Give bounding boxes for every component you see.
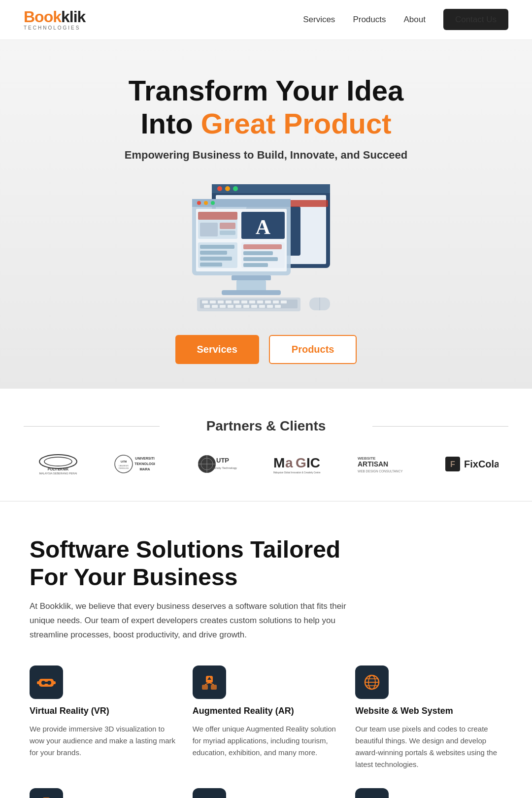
svg-rect-62 (267, 305, 273, 308)
nav-link-products[interactable]: Products (353, 15, 386, 24)
vr-icon-box (30, 665, 63, 699)
service-card-mobile: Mobile App We build powerful mobile appl… (30, 788, 177, 798)
svg-text:University Technology: University Technology (208, 466, 237, 469)
svg-rect-31 (200, 257, 232, 261)
svg-rect-99 (53, 681, 56, 684)
elearning-icon (363, 796, 381, 798)
svg-rect-39 (236, 280, 266, 291)
svg-rect-38 (232, 275, 271, 280)
svg-rect-51 (265, 300, 271, 303)
hero-products-button[interactable]: Products (269, 335, 357, 364)
svg-rect-59 (243, 305, 249, 308)
svg-text:MARA: MARA (139, 467, 150, 471)
svg-rect-49 (249, 300, 255, 303)
svg-text:UNIVERSITI: UNIVERSITI (119, 465, 129, 467)
service-desc-ar: We offer unique Augmented Reality soluti… (193, 723, 340, 759)
svg-rect-60 (251, 305, 257, 308)
hero-section: Transform Your Idea Into Great Product E… (0, 40, 532, 389)
logo-book: Book (24, 8, 61, 26)
hero-services-button[interactable]: Services (175, 335, 259, 364)
svg-point-70 (115, 455, 133, 473)
artisan-logo-svg: WEBSITE ARTISAN WEB DESIGN CONSULTANCY (355, 452, 414, 476)
svg-point-96 (47, 681, 51, 685)
svg-text:a: a (285, 455, 293, 470)
ar-icon (200, 673, 219, 692)
mobile-icon-box (30, 788, 63, 798)
service-card-web: Website & Web System Our team use pixels… (355, 665, 502, 770)
partner-politeknik: POLITEKNIK MALAYSIA SEBERANG PERAI (33, 452, 83, 476)
uitm-logo-svg: UiTM UNIVERSITI TEKNOLOGI UNIVERSITI TEK… (113, 452, 167, 476)
svg-text:TEKNOLOGI: TEKNOLOGI (134, 462, 155, 466)
svg-rect-46 (226, 300, 232, 303)
svg-text:F: F (450, 460, 455, 468)
svg-text:Malaysian Global Innovation & : Malaysian Global Innovation & Creativity… (273, 471, 321, 474)
solutions-section: Software Solutions Tailored For Your Bus… (0, 501, 532, 798)
design-icon (200, 796, 219, 798)
solutions-description: At Bookklik, we believe that every busin… (30, 599, 365, 642)
partners-section: Partners & Clients POLITEKNIK MALAYSIA S… (0, 389, 532, 501)
svg-rect-55 (212, 305, 218, 308)
svg-rect-58 (235, 305, 241, 308)
svg-point-3 (225, 186, 230, 191)
service-name-vr: Virtual Reality (VR) (30, 706, 177, 716)
monitor-svg: A A (182, 179, 350, 317)
hero-subheadline: Empowering Business to Build, Innovate, … (30, 149, 502, 162)
svg-rect-53 (281, 300, 287, 303)
svg-point-67 (44, 457, 72, 466)
svg-rect-52 (273, 300, 279, 303)
svg-rect-32 (200, 263, 222, 266)
svg-text:FixColab: FixColab (464, 459, 499, 469)
svg-rect-54 (204, 305, 210, 308)
nav-link-about[interactable]: About (403, 15, 425, 24)
svg-rect-34 (243, 244, 282, 249)
svg-text:UiTM: UiTM (121, 460, 127, 463)
svg-rect-61 (259, 305, 265, 308)
svg-rect-63 (275, 305, 281, 308)
svg-rect-103 (211, 685, 217, 690)
svg-line-104 (205, 683, 209, 685)
partners-title: Partners & Clients (24, 418, 508, 434)
svg-rect-37 (243, 263, 268, 267)
svg-point-18 (204, 201, 208, 205)
svg-rect-24 (220, 223, 235, 229)
partner-magic: M a G IC Malaysian Global Innovation & C… (271, 452, 325, 476)
svg-rect-97 (45, 682, 48, 684)
fixcolab-logo-svg: F FixColab (444, 452, 499, 476)
svg-rect-43 (202, 300, 208, 303)
svg-rect-23 (200, 223, 218, 236)
svg-text:A: A (256, 216, 271, 238)
service-name-web: Website & Web System (355, 706, 502, 716)
nav-contact-btn-wrapper[interactable]: Contact Us (443, 15, 508, 25)
svg-text:MALAYSIA SEBERANG PERAI: MALAYSIA SEBERANG PERAI (39, 472, 77, 475)
nav-item-about[interactable]: About (403, 15, 425, 25)
svg-rect-57 (228, 305, 233, 308)
svg-rect-48 (241, 300, 247, 303)
svg-rect-56 (220, 305, 226, 308)
service-card-elearning: E-Learning Solutions We develop interact… (355, 788, 502, 798)
svg-text:M: M (273, 455, 285, 470)
nav-item-services[interactable]: Services (303, 15, 335, 25)
service-name-ar: Augmented Reality (AR) (193, 706, 340, 716)
elearning-icon-box (355, 788, 389, 798)
svg-point-95 (41, 681, 45, 685)
svg-text:UNIVERSITI: UNIVERSITI (135, 457, 154, 460)
nav-link-services[interactable]: Services (303, 15, 335, 24)
svg-rect-102 (202, 685, 208, 690)
services-grid: Virtual Reality (VR) We provide immersiv… (30, 665, 502, 798)
nav-item-products[interactable]: Products (353, 15, 386, 25)
svg-text:POLITEKNIK: POLITEKNIK (48, 467, 68, 471)
utp-logo-svg: UTP University Technology (197, 452, 241, 476)
logo-wordmark: Bookklik (24, 9, 85, 25)
svg-text:G: G (296, 455, 306, 470)
partner-utp: UTP University Technology (197, 452, 241, 476)
svg-rect-30 (200, 251, 227, 255)
service-card-vr: Virtual Reality (VR) We provide immersiv… (30, 665, 177, 770)
nav-links: Services Products About Contact Us (303, 15, 508, 25)
contact-us-button[interactable]: Contact Us (443, 9, 508, 30)
web-icon (363, 673, 381, 692)
logo: Bookklik TECHNOLOGIES (24, 9, 85, 31)
svg-rect-45 (218, 300, 224, 303)
politeknik-logo-svg: POLITEKNIK MALAYSIA SEBERANG PERAI (33, 452, 83, 476)
svg-point-19 (211, 201, 215, 205)
svg-text:UTP: UTP (216, 457, 229, 464)
